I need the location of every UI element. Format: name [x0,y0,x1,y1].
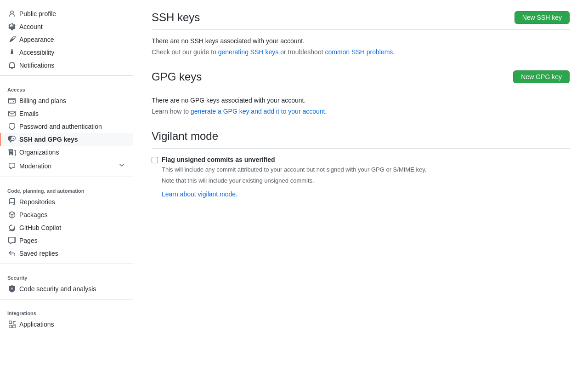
sidebar-item-applications[interactable]: Applications [0,318,133,331]
vigilant-mode-checkbox[interactable] [152,157,158,163]
package-icon [8,211,16,218]
paintbrush-icon [8,36,16,43]
sidebar-item-label: Notifications [19,62,54,69]
ssh-section-header: SSH keys New SSH key [152,11,570,30]
sidebar-item-label: Saved replies [19,250,58,257]
gpg-help-text-after: . [325,108,327,115]
person-icon [8,10,16,17]
new-gpg-key-button[interactable]: New GPG key [513,70,570,83]
gpg-empty-message: There are no GPG keys associated with yo… [152,97,570,104]
sidebar-item-packages[interactable]: Packages [0,208,133,221]
sidebar-item-account[interactable]: Account [0,20,133,33]
sidebar-item-label: Emails [19,110,39,117]
sidebar-item-appearance[interactable]: Appearance [0,33,133,46]
sidebar-item-label: GitHub Copilot [19,224,61,231]
copilot-icon [8,224,16,231]
ssh-problems-link[interactable]: common SSH problems [325,48,393,56]
sidebar-item-label: Organizations [19,149,59,156]
sidebar-item-ssh-gpg[interactable]: SSH and GPG keys [0,133,133,146]
bell-icon [8,62,16,69]
sidebar: Public profile Account Appearance Access… [0,0,133,368]
gpg-generate-link[interactable]: generate a GPG key and add it to your ac… [191,108,325,115]
vigilant-section: Vigilant mode Flag unsigned commits as u… [152,130,570,198]
sidebar-item-copilot[interactable]: GitHub Copilot [0,221,133,234]
ssh-generating-link[interactable]: generating SSH keys [218,48,279,56]
ssh-empty-message: There are no SSH keys associated with yo… [152,37,570,45]
ssh-help-text-before: Check out our guide to [152,48,218,56]
ssh-help-text: Check out our guide to generating SSH ke… [152,48,570,56]
sidebar-item-label: Accessibility [19,49,54,56]
vigilant-checkbox-label[interactable]: Flag unsigned commits as unverified [162,156,275,163]
sidebar-section-code: Code, planning, and automation [0,181,133,196]
pages-icon [8,237,16,244]
sidebar-item-accessibility[interactable]: Accessibility [0,46,133,59]
main-content: SSH keys New SSH key There are no SSH ke… [133,0,588,368]
sidebar-item-public-profile[interactable]: Public profile [0,7,133,20]
sidebar-item-label: Pages [19,237,38,244]
sidebar-item-label: Code security and analysis [19,285,96,293]
sidebar-item-label: Appearance [19,36,54,43]
gpg-help-text: Learn how to generate a GPG key and add … [152,108,570,115]
sidebar-item-label: Moderation [19,162,51,170]
sidebar-section-integrations: Integrations [0,303,133,318]
gpg-help-text-before: Learn how to [152,108,191,115]
sidebar-section-access: Access [0,80,133,94]
sidebar-item-saved-replies[interactable]: Saved replies [0,247,133,260]
vigilant-checkbox-desc2: Note that this will include your existin… [162,176,426,185]
sidebar-item-emails[interactable]: Emails [0,107,133,120]
reply-icon [8,250,16,257]
gpg-section-title: GPG keys [152,70,202,83]
vigilant-section-title: Vigilant mode [152,130,570,149]
gpg-section-header: GPG keys New GPG key [152,70,570,89]
sidebar-item-label: Password and authentication [19,123,102,130]
mail-icon [8,110,16,117]
org-icon [8,149,16,156]
sidebar-item-notifications[interactable]: Notifications [0,59,133,72]
repo-icon [8,198,16,206]
ssh-section-title: SSH keys [152,11,200,24]
vigilant-learn-link[interactable]: Learn about vigilant mode. [162,190,426,198]
chevron-down-icon [118,161,125,170]
sidebar-section-security: Security [0,268,133,282]
new-ssh-key-button[interactable]: New SSH key [514,11,570,24]
sidebar-item-label: Applications [19,321,54,328]
credit-card-icon [8,97,16,104]
sidebar-item-password[interactable]: Password and authentication [0,120,133,133]
vigilant-checkbox-desc1: This will include any commit attributed … [162,165,426,174]
sidebar-item-repositories[interactable]: Repositories [0,196,133,208]
vigilant-checkbox-row: Flag unsigned commits as unverified This… [152,156,570,198]
shield-lock-icon [8,285,16,293]
sidebar-item-label: Packages [19,211,47,218]
sidebar-item-label: Repositories [19,198,55,206]
sidebar-item-moderation[interactable]: Moderation [0,159,133,173]
gpg-keys-section: GPG keys New GPG key There are no GPG ke… [152,70,570,115]
ssh-keys-section: SSH keys New SSH key There are no SSH ke… [152,11,570,56]
sidebar-item-label: Billing and plans [19,97,66,104]
ssh-help-text-mid: or troubleshoot [278,48,325,56]
sidebar-item-label: SSH and GPG keys [19,136,78,143]
shield-icon [8,123,16,130]
sidebar-item-organizations[interactable]: Organizations [0,146,133,159]
sidebar-item-label: Account [19,23,43,30]
sidebar-item-label: Public profile [19,10,56,17]
sidebar-item-billing[interactable]: Billing and plans [0,94,133,107]
vigilant-checkbox-content: Flag unsigned commits as unverified This… [162,156,426,198]
comment-icon [8,162,16,170]
sidebar-item-code-security[interactable]: Code security and analysis [0,282,133,295]
accessibility-icon [8,49,16,56]
gear-icon [8,23,16,30]
apps-icon [8,321,16,328]
sidebar-item-pages[interactable]: Pages [0,234,133,247]
ssh-help-text-after: . [393,48,395,56]
key-icon [8,136,16,143]
